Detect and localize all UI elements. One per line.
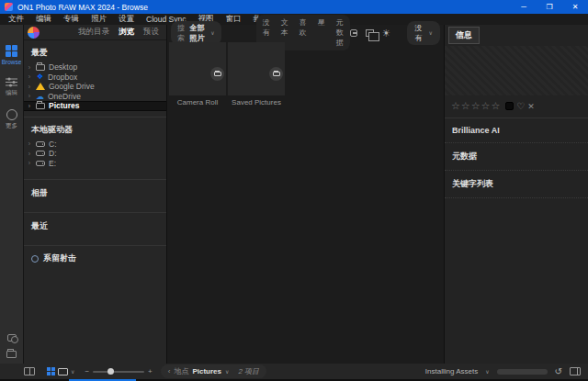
view-mode-switch: ∨ bbox=[47, 367, 74, 375]
zoom-in-button[interactable]: + bbox=[148, 367, 153, 375]
search-label: 搜索 bbox=[177, 23, 186, 43]
grid-view-icon[interactable] bbox=[47, 367, 55, 375]
rating-row: ☆☆☆☆☆ ♡ ✕ bbox=[445, 95, 588, 118]
local-drives-header[interactable]: 本地驱动器 bbox=[24, 118, 166, 140]
on1-logo bbox=[28, 27, 40, 39]
dual-view-book-icon[interactable] bbox=[24, 367, 35, 375]
folder-thumbnail[interactable] bbox=[228, 42, 285, 95]
maximize-button[interactable]: ❒ bbox=[537, 0, 562, 14]
albums-header[interactable]: 相册 bbox=[24, 180, 166, 207]
chevron-right-icon[interactable]: › bbox=[27, 160, 32, 166]
chevron-right-icon[interactable]: › bbox=[27, 140, 32, 147]
close-button[interactable]: ✕ bbox=[562, 0, 588, 14]
sidebar-item-drive-e[interactable]: › E: bbox=[24, 159, 166, 169]
sidebar-item-google-drive[interactable]: › Google Drive bbox=[24, 82, 166, 92]
sun-brightness-icon[interactable]: ☀ bbox=[382, 28, 391, 38]
chevron-down-icon[interactable]: ∨ bbox=[210, 29, 214, 36]
title-bar: ON1 Photo RAW MAX 2024 - Browse ─ ❒ ✕ bbox=[0, 0, 588, 14]
sidebar-item-drive-c[interactable]: › C: bbox=[24, 140, 166, 150]
tethered-shooting[interactable]: 系留射击 bbox=[24, 246, 166, 271]
module-edit[interactable]: 编辑 bbox=[6, 77, 17, 97]
search-scope[interactable]: 全部照片 bbox=[189, 23, 207, 43]
back-chevron-icon[interactable]: ‹ bbox=[168, 367, 171, 375]
sliders-icon bbox=[6, 77, 17, 87]
window-title: ON1 Photo RAW MAX 2024 - Browse bbox=[17, 3, 148, 12]
drive-icon bbox=[36, 151, 45, 156]
breadcrumb-folder[interactable]: Pictures bbox=[192, 367, 221, 375]
chevron-right-icon[interactable]: › bbox=[27, 151, 32, 157]
sidebar-item-onedrive[interactable]: › ☁ OneDrive bbox=[24, 92, 166, 102]
slider-track[interactable] bbox=[93, 371, 144, 373]
module-browse[interactable]: Browse bbox=[2, 45, 22, 65]
recent-header[interactable]: 最近 bbox=[24, 213, 166, 240]
breadcrumb[interactable]: ‹ 地点 Pictures ∨ 2 项目 bbox=[161, 364, 266, 378]
color-label-swatch[interactable] bbox=[505, 102, 514, 110]
app-icon bbox=[5, 3, 13, 11]
search-box[interactable]: 搜索 全部照片 ∨ bbox=[171, 21, 221, 45]
section-keyword-list[interactable]: 关键字列表 bbox=[445, 171, 588, 198]
sidebar-item-dropbox[interactable]: › ❖ Dropbox bbox=[24, 73, 166, 83]
section-brilliance-ai[interactable]: Brilliance AI bbox=[445, 118, 588, 143]
install-progress-bar bbox=[497, 369, 548, 375]
content-area: 搜索 全部照片 ∨ 没有 文本 喜欢 星 元数据 ☀ 没有 ∨ bbox=[167, 25, 444, 364]
minimize-button[interactable]: ─ bbox=[511, 0, 537, 14]
sidebar-item-desktop[interactable]: › Desktop bbox=[24, 62, 166, 73]
filter-panel-icon[interactable] bbox=[350, 29, 357, 37]
chevron-down-icon[interactable]: ∨ bbox=[485, 368, 489, 375]
folder-tile-saved-pictures[interactable]: Saved Pictures bbox=[228, 42, 285, 106]
menu-settings[interactable]: 设置 bbox=[119, 14, 134, 25]
folder-tile-camera-roll[interactable]: Camera Roll bbox=[169, 42, 226, 106]
menu-window[interactable]: 窗口 bbox=[225, 14, 241, 25]
filter-likes[interactable]: 喜欢 bbox=[294, 16, 312, 50]
thumbnail-size-slider: − + bbox=[85, 367, 152, 375]
module-more[interactable]: 更多 bbox=[6, 109, 17, 130]
chevron-down-icon[interactable]: ∨ bbox=[225, 368, 229, 375]
star-rating-icons[interactable]: ☆☆☆☆☆ bbox=[451, 100, 501, 112]
left-sidebar: 我的目录 浏览 预设 最爱 › Desktop › ❖ Dropbox › Go… bbox=[24, 25, 167, 364]
chevron-right-icon[interactable]: › bbox=[27, 64, 32, 71]
chevron-right-icon[interactable]: › bbox=[27, 73, 32, 80]
chevron-right-icon[interactable]: › bbox=[27, 84, 32, 90]
filter-stars[interactable]: 星 bbox=[312, 16, 331, 50]
folder-shortcut-icon[interactable] bbox=[6, 351, 17, 358]
menu-edit[interactable]: 编辑 bbox=[36, 14, 51, 25]
installing-assets-label[interactable]: Installing Assets bbox=[425, 367, 478, 375]
reject-icon[interactable]: ✕ bbox=[527, 102, 535, 111]
sidebar-item-drive-d[interactable]: › D: bbox=[24, 149, 166, 159]
chevron-right-icon[interactable]: › bbox=[27, 103, 32, 109]
folder-icon bbox=[214, 72, 221, 76]
tab-my-catalogs[interactable]: 我的目录 bbox=[78, 27, 109, 38]
heart-like-icon[interactable]: ♡ bbox=[516, 101, 525, 111]
stacks-icon[interactable] bbox=[366, 29, 373, 37]
detail-view-icon[interactable] bbox=[58, 368, 68, 375]
tab-presets[interactable]: 预设 bbox=[143, 27, 159, 38]
drive-icon bbox=[36, 141, 45, 147]
menu-file[interactable]: 文件 bbox=[8, 14, 24, 25]
sort-dropdown[interactable]: 没有 ∨ bbox=[407, 21, 440, 45]
favorites-header[interactable]: 最爱 bbox=[24, 40, 166, 62]
tab-browse[interactable]: 浏览 bbox=[119, 27, 134, 38]
sync-icon[interactable] bbox=[7, 334, 17, 342]
folder-icon bbox=[273, 72, 280, 76]
chevron-down-icon: ∨ bbox=[429, 29, 433, 36]
toggle-panel-icon[interactable] bbox=[570, 367, 581, 375]
info-empty-preview bbox=[445, 46, 588, 95]
menu-photo[interactable]: 照片 bbox=[91, 14, 107, 25]
sidebar-item-pictures[interactable]: › Pictures bbox=[24, 101, 166, 111]
filter-metadata[interactable]: 元数据 bbox=[331, 16, 349, 50]
status-bar: ∨ − + ‹ 地点 Pictures ∨ 2 项目 Installing As… bbox=[0, 364, 588, 379]
browse-grid-icon bbox=[6, 45, 17, 57]
slider-knob[interactable] bbox=[107, 368, 114, 375]
dropbox-icon: ❖ bbox=[36, 73, 44, 81]
module-bar: Browse 编辑 更多 bbox=[0, 25, 24, 364]
refresh-icon[interactable]: ↺ bbox=[555, 366, 562, 376]
menu-album[interactable]: 专辑 bbox=[63, 14, 79, 25]
chevron-right-icon[interactable]: › bbox=[27, 93, 32, 99]
chevron-down-icon[interactable]: ∨ bbox=[71, 368, 74, 375]
folder-thumbnail[interactable] bbox=[169, 42, 226, 95]
zoom-out-button[interactable]: − bbox=[85, 367, 89, 375]
tab-info[interactable]: 信息 bbox=[448, 27, 480, 44]
section-metadata[interactable]: 元数据 bbox=[445, 143, 588, 171]
onedrive-icon: ☁ bbox=[36, 93, 44, 100]
folder-name: Saved Pictures bbox=[228, 95, 285, 106]
